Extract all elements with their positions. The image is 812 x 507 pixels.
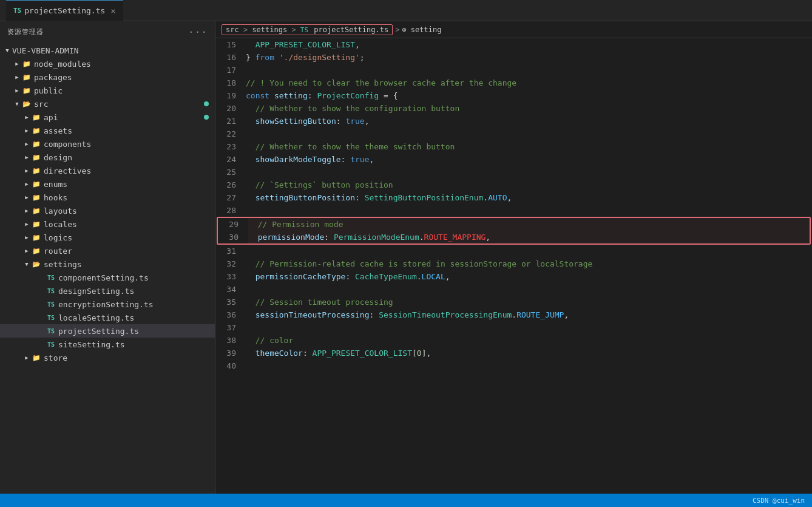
tree-arrow-assets (22, 126, 32, 135)
locales-label: locales (44, 220, 77, 229)
componentsetting-label: componentSetting.ts (58, 273, 149, 282)
sidebar-item-packages[interactable]: 📁 packages (0, 70, 215, 84)
node-modules-label: node_modules (34, 60, 91, 69)
code-line-36: 36 sessionTimeoutProcessing: SessionTime… (215, 308, 812, 321)
code-line-15: 15 APP_PRESET_COLOR_LIST, (215, 38, 812, 51)
hooks-label: hooks (44, 193, 67, 202)
folder-open-icon: 📂 (22, 99, 32, 109)
file-tree: VUE-VBEN-ADMIN 📁 node_modules 📁 packages… (0, 43, 215, 366)
assets-label: assets (44, 126, 72, 135)
folder-icon: 📁 (22, 72, 32, 82)
code-line-35: 35 // Session timeout processing (215, 296, 812, 308)
settings-label: settings (44, 260, 82, 269)
sidebar-item-designsetting[interactable]: TS designSetting.ts (0, 284, 215, 298)
main-content: 资源管理器 ··· VUE-VBEN-ADMIN 📁 node_modules … (0, 21, 812, 494)
designsetting-label: designSetting.ts (58, 287, 134, 296)
sidebar: 资源管理器 ··· VUE-VBEN-ADMIN 📁 node_modules … (0, 21, 215, 494)
router-label: router (44, 247, 72, 256)
tree-arrow-hooks (22, 192, 32, 202)
breadcrumb-path: src > settings > TS projectSetting.ts (222, 24, 393, 35)
code-line-29: 29 // Permission mode (218, 218, 810, 231)
api-label: api (44, 113, 58, 122)
ts-file-icon: TS (46, 299, 56, 309)
tree-arrow-logics (22, 233, 32, 242)
status-bar: CSDN @cui_win (0, 494, 812, 507)
folder-icon: 📁 (32, 126, 41, 135)
logics-label: logics (44, 233, 72, 242)
sidebar-item-sitesetting[interactable]: TS siteSetting.ts (0, 338, 215, 351)
folder-icon: 📁 (32, 152, 41, 162)
encryptionsetting-label: encryptionSetting.ts (58, 300, 154, 309)
sidebar-header: 资源管理器 ··· (0, 21, 215, 43)
sidebar-item-enums[interactable]: 📁 enums (0, 177, 215, 191)
tree-arrow-root (2, 46, 12, 55)
code-line-40: 40 (215, 359, 812, 372)
sidebar-item-layouts[interactable]: 📁 layouts (0, 204, 215, 217)
design-label: design (44, 153, 72, 162)
sidebar-item-localesetting[interactable]: TS localeSetting.ts (0, 311, 215, 324)
tab-close-icon[interactable]: × (110, 6, 115, 16)
packages-label: packages (34, 73, 72, 82)
sidebar-item-directives[interactable]: 📁 directives (0, 164, 215, 177)
sidebar-item-logics[interactable]: 📁 logics (0, 231, 215, 244)
folder-open-icon: 📂 (32, 259, 41, 269)
sidebar-title: 资源管理器 (7, 27, 44, 36)
tree-arrow-design (22, 152, 32, 162)
folder-icon: 📁 (32, 192, 41, 202)
sidebar-item-componentsetting[interactable]: TS componentSetting.ts (0, 271, 215, 284)
sidebar-item-router[interactable]: 📁 router (0, 244, 215, 257)
sidebar-item-public[interactable]: 📁 public (0, 84, 215, 97)
tree-arrow-layouts (22, 206, 32, 216)
folder-icon: 📁 (22, 86, 32, 95)
enums-label: enums (44, 180, 67, 189)
sidebar-item-api[interactable]: 📁 api (0, 111, 215, 124)
folder-icon: 📁 (22, 59, 32, 69)
sidebar-item-node-modules[interactable]: 📁 node_modules (0, 57, 215, 70)
code-line-39: 39 themeColor: APP_PRESET_COLOR_LIST[0], (215, 347, 812, 359)
directives-label: directives (44, 166, 91, 175)
code-line-25: 25 (215, 166, 812, 179)
code-line-21: 21 showSettingButton: true, (215, 115, 812, 128)
sidebar-item-assets[interactable]: 📁 assets (0, 124, 215, 137)
sidebar-item-store[interactable]: 📁 store (0, 351, 215, 364)
src-label: src (34, 100, 48, 109)
code-line-19: 19 const setting: ProjectConfig = { (215, 89, 812, 102)
tree-arrow-settings (22, 259, 32, 269)
sidebar-item-encryptionsetting[interactable]: TS encryptionSetting.ts (0, 298, 215, 311)
ts-badge: TS (13, 7, 21, 15)
sidebar-item-projectsetting[interactable]: TS projectSetting.ts (0, 324, 215, 338)
tree-arrow-api (22, 112, 32, 122)
breadcrumb-filename: projectSetting.ts (314, 26, 388, 34)
code-line-31: 31 (215, 245, 812, 257)
src-badge (204, 101, 209, 106)
code-line-37: 37 (215, 321, 812, 334)
sidebar-item-design[interactable]: 📁 design (0, 151, 215, 164)
store-label: store (44, 353, 67, 362)
tab-projectsetting[interactable]: TS projectSetting.ts × (6, 0, 123, 21)
sidebar-item-settings[interactable]: 📂 settings (0, 257, 215, 271)
code-line-38: 38 // color (215, 334, 812, 347)
tree-arrow-directives (22, 166, 32, 175)
ts-file-icon: TS (46, 286, 56, 296)
sidebar-item-locales[interactable]: 📁 locales (0, 217, 215, 231)
sidebar-item-src[interactable]: 📂 src (0, 97, 215, 111)
sidebar-more-icon[interactable]: ··· (188, 26, 208, 38)
code-line-33: 33 permissionCacheType: CacheTypeEnum.LO… (215, 270, 812, 283)
code-line-30: 30 permissionMode: PermissionModeEnum.RO… (218, 231, 810, 243)
folder-icon: 📁 (32, 233, 41, 242)
tree-arrow-node-modules (12, 59, 22, 69)
folder-icon: 📁 (32, 246, 41, 256)
breadcrumb: src > settings > TS projectSetting.ts > … (215, 21, 812, 38)
sidebar-item-hooks[interactable]: 📁 hooks (0, 191, 215, 204)
folder-icon: 📁 (32, 112, 41, 122)
tree-root-label: VUE-VBEN-ADMIN (12, 46, 79, 55)
code-line-18: 18 // ! You need to clear the browser ca… (215, 77, 812, 89)
tab-filename: projectSetting.ts (24, 6, 105, 15)
sidebar-item-components[interactable]: 📁 components (0, 137, 215, 151)
ts-file-icon: TS (46, 339, 56, 349)
editor-area: src > settings > TS projectSetting.ts > … (215, 21, 812, 494)
code-line-26: 26 // `Settings` button position (215, 179, 812, 191)
code-editor[interactable]: 15 APP_PRESET_COLOR_LIST, 16 } from './d… (215, 38, 812, 494)
projectsetting-label: projectSetting.ts (58, 327, 139, 336)
tree-root-item[interactable]: VUE-VBEN-ADMIN (0, 44, 215, 57)
